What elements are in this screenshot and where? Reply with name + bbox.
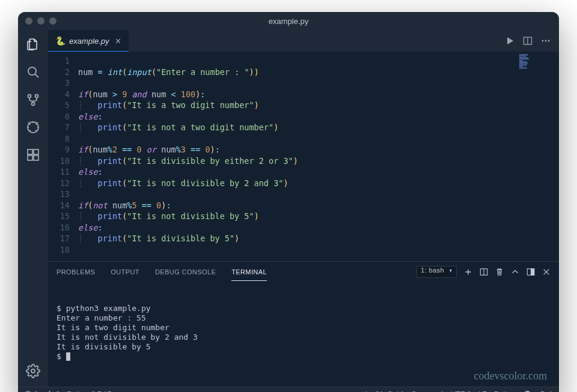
tab-filename: example.py xyxy=(69,37,109,46)
panel-tab-problems[interactable]: PROBLEMS xyxy=(56,264,95,280)
kill-terminal-icon[interactable] xyxy=(495,268,504,276)
more-actions-icon[interactable] xyxy=(541,36,551,46)
svg-point-2 xyxy=(35,95,38,98)
vscode-window: example.py xyxy=(18,12,559,392)
svg-point-3 xyxy=(32,103,35,106)
run-icon[interactable] xyxy=(505,36,514,46)
svg-rect-5 xyxy=(28,149,32,154)
toggle-panel-layout-icon[interactable] xyxy=(527,268,535,276)
panel-tab-debug[interactable]: DEBUG CONSOLE xyxy=(155,264,216,280)
extensions-icon[interactable] xyxy=(25,146,41,163)
panel-tab-output[interactable]: OUTPUT xyxy=(111,264,139,280)
status-errors[interactable]: 0 xyxy=(24,390,38,393)
status-language[interactable]: Python xyxy=(494,390,516,393)
terminal-selector[interactable]: 1: bash xyxy=(417,266,457,278)
line-number-gutter: 123456789101112131415161718 xyxy=(48,55,78,255)
window-controls xyxy=(25,17,56,25)
svg-point-9 xyxy=(31,369,35,373)
explorer-icon[interactable] xyxy=(25,36,41,53)
status-eol[interactable]: LF xyxy=(478,390,487,393)
settings-gear-icon[interactable] xyxy=(25,363,41,379)
code-editor[interactable]: 123456789101112131415161718 num = int(in… xyxy=(48,52,559,261)
svg-point-1 xyxy=(28,95,31,98)
svg-point-11 xyxy=(542,40,544,42)
status-bar: 0 0 Python 2.7.15 Ln 31, Col 1 Spaces: 4… xyxy=(18,387,559,392)
status-cursor-position[interactable]: Ln 31, Col 1 xyxy=(365,390,405,393)
close-panel-icon[interactable] xyxy=(542,268,551,276)
watermark-text: codevscolor.com xyxy=(474,371,547,381)
bottom-panel: PROBLEMS OUTPUT DEBUG CONSOLE TERMINAL 1… xyxy=(48,261,559,387)
window-title: example.py xyxy=(18,17,559,26)
status-python-version[interactable]: Python 2.7.15 xyxy=(67,390,111,393)
status-indentation[interactable]: Spaces: 4 xyxy=(412,390,444,393)
python-file-icon: 🐍 xyxy=(55,36,66,46)
source-control-icon[interactable] xyxy=(25,91,41,108)
minimize-window-button[interactable] xyxy=(37,17,44,25)
editor-actions xyxy=(505,30,559,52)
split-terminal-icon[interactable] xyxy=(480,268,488,276)
close-tab-icon[interactable]: ✕ xyxy=(115,37,121,46)
svg-rect-6 xyxy=(28,155,32,160)
maximize-window-button[interactable] xyxy=(49,17,56,25)
svg-point-12 xyxy=(545,40,547,42)
status-notifications[interactable]: 1 xyxy=(539,390,553,393)
status-encoding[interactable]: UTF-8 xyxy=(451,390,471,393)
svg-rect-7 xyxy=(34,155,38,160)
svg-rect-16 xyxy=(531,269,534,276)
svg-point-13 xyxy=(548,40,550,42)
new-terminal-icon[interactable] xyxy=(464,268,472,276)
editor-tab[interactable]: 🐍 example.py ✕ xyxy=(48,30,129,52)
svg-rect-8 xyxy=(34,149,38,154)
editor-group: 🐍 example.py ✕ 1234567891011121314151617… xyxy=(48,30,559,387)
panel-tabbar: PROBLEMS OUTPUT DEBUG CONSOLE TERMINAL 1… xyxy=(48,262,559,282)
editor-tabbar: 🐍 example.py ✕ xyxy=(48,30,559,52)
search-icon[interactable] xyxy=(25,64,41,80)
svg-point-0 xyxy=(28,67,36,75)
status-warnings[interactable]: 0 xyxy=(46,390,60,393)
debug-icon[interactable] xyxy=(25,119,41,136)
panel-actions: 1: bash xyxy=(417,266,551,278)
close-window-button[interactable] xyxy=(25,17,32,25)
split-editor-icon[interactable] xyxy=(523,36,533,46)
titlebar: example.py xyxy=(18,12,559,30)
maximize-panel-icon[interactable] xyxy=(511,268,519,276)
panel-tab-terminal[interactable]: TERMINAL xyxy=(231,264,267,281)
code-content: num = int(input("Enter a number : "))if(… xyxy=(78,55,559,255)
activity-bar xyxy=(18,30,48,387)
terminal-content[interactable]: $ python3 example.pyEnter a number : 55I… xyxy=(48,282,559,387)
